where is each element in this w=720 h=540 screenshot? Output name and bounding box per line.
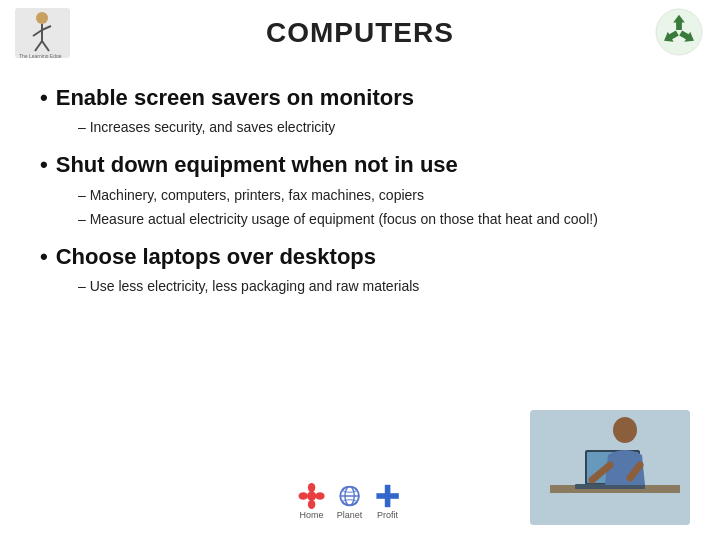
section-3: • Choose laptops over desktops – Use les…	[40, 244, 680, 297]
home-label: Home	[300, 510, 324, 520]
bullet-2-text: Shut down equipment when not in use	[56, 152, 458, 178]
bullet-3-text: Choose laptops over desktops	[56, 244, 376, 270]
bullet-dot-3: •	[40, 244, 48, 270]
bullet-1-sub-1: – Increases security, and saves electric…	[78, 117, 680, 138]
svg-point-11	[308, 500, 315, 509]
svg-point-10	[308, 483, 315, 492]
svg-point-13	[315, 492, 324, 499]
svg-point-26	[613, 417, 637, 443]
profit-label: Profit	[377, 510, 398, 520]
svg-text:The Learning Edge: The Learning Edge	[19, 53, 62, 58]
bullet-2-main: • Shut down equipment when not in use	[40, 152, 680, 178]
recycle-logo	[655, 8, 705, 58]
bullet-3-sub-1: – Use less electricity, less packaging a…	[78, 276, 680, 297]
laptop-photo	[530, 410, 690, 530]
planet-icon-group: Planet	[336, 482, 364, 520]
svg-point-12	[299, 492, 308, 499]
bullet-1-main: • Enable screen savers on monitors	[40, 85, 680, 111]
svg-point-9	[307, 491, 316, 500]
bullet-dot-2: •	[40, 152, 48, 178]
bullet-1-text: Enable screen savers on monitors	[56, 85, 414, 111]
home-icon-group: Home	[298, 482, 326, 520]
bottom-icons: Home Planet Profit	[298, 482, 402, 520]
bullet-2-sub-2: – Measure actual electricity usage of eq…	[78, 209, 680, 230]
bullet-2-sub-1: – Machinery, computers, printers, fax ma…	[78, 185, 680, 206]
header: The Learning Edge COMPUTERS	[0, 0, 720, 65]
svg-point-1	[36, 12, 48, 24]
bullet-3-main: • Choose laptops over desktops	[40, 244, 680, 270]
left-logo: The Learning Edge	[15, 8, 70, 58]
page-title: COMPUTERS	[266, 17, 454, 49]
profit-icon-group: Profit	[374, 482, 402, 520]
bottom-area: Home Planet Profit	[0, 420, 720, 540]
section-2: • Shut down equipment when not in use – …	[40, 152, 680, 229]
bullet-dot-1: •	[40, 85, 48, 111]
svg-rect-20	[376, 493, 398, 499]
main-content: • Enable screen savers on monitors – Inc…	[0, 65, 720, 321]
section-1: • Enable screen savers on monitors – Inc…	[40, 85, 680, 138]
planet-label: Planet	[337, 510, 363, 520]
